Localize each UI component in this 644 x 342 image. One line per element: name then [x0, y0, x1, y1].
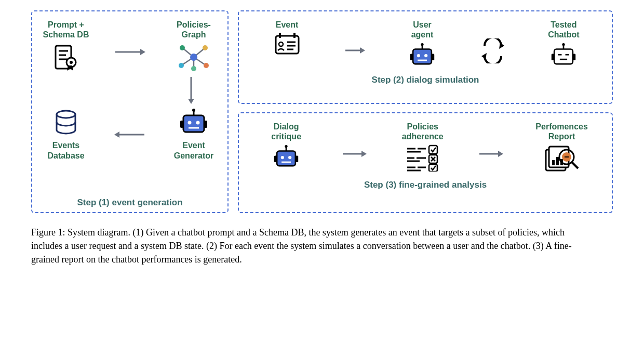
robot-outline-icon — [549, 43, 578, 69]
panel-step-2: Event — [238, 10, 613, 104]
graph-network-icon — [177, 43, 210, 72]
cycle-arrows-icon — [479, 38, 506, 63]
label-user-agent: Useragent — [411, 20, 434, 40]
svg-rect-82 — [429, 164, 437, 172]
arrow-down-icon — [43, 76, 217, 104]
node-policies-graph: Policies-Graph — [170, 20, 217, 72]
svg-rect-34 — [293, 33, 296, 38]
svg-marker-84 — [498, 151, 503, 157]
svg-marker-23 — [114, 131, 119, 138]
node-events-database: EventsDatabase — [43, 108, 89, 160]
svg-point-29 — [188, 121, 192, 125]
node-dialog-critique: Dialogcritique — [263, 122, 310, 170]
arrow-right-icon — [344, 38, 365, 63]
svg-point-52 — [562, 43, 565, 46]
step-3-caption: Step (3) fine-grained analysis — [249, 180, 601, 190]
svg-rect-61 — [277, 151, 296, 166]
node-performances-report: PerfomencesReport — [535, 122, 588, 174]
svg-point-15 — [203, 45, 208, 50]
figure-caption: Figure 1: System diagram. (1) Given a ch… — [31, 226, 592, 266]
panel-step-1: Prompt +Schema DB — [31, 10, 229, 213]
svg-point-47 — [424, 54, 427, 57]
robot-blue-icon — [272, 144, 301, 170]
label-policies-graph: Policies-Graph — [177, 20, 211, 40]
arrow-right-icon — [114, 40, 145, 64]
svg-point-25 — [192, 109, 195, 112]
svg-rect-45 — [432, 54, 434, 61]
diagram-container: Prompt +Schema DB — [31, 10, 613, 213]
svg-rect-72 — [429, 146, 437, 154]
svg-rect-26 — [183, 115, 204, 132]
arrow-right-icon — [478, 141, 503, 166]
svg-point-64 — [281, 156, 284, 159]
robot-blue-icon — [178, 108, 209, 137]
label-event: Event — [276, 20, 299, 30]
svg-point-14 — [180, 45, 185, 50]
svg-rect-63 — [296, 156, 298, 163]
svg-point-46 — [417, 54, 420, 57]
svg-point-5 — [70, 61, 73, 64]
report-magnifier-icon — [544, 144, 580, 174]
node-tested-chatbot: TestedChatbot — [540, 20, 587, 69]
svg-point-13 — [190, 54, 197, 61]
svg-rect-87 — [552, 160, 555, 165]
svg-rect-62 — [274, 156, 277, 163]
svg-point-60 — [285, 145, 287, 148]
document-badge-icon — [51, 43, 81, 72]
svg-marker-7 — [140, 49, 145, 55]
svg-point-30 — [196, 121, 200, 125]
arrow-right-icon — [342, 141, 367, 166]
svg-rect-27 — [180, 121, 183, 128]
step-2-caption: Step (2) dialog simulation — [249, 75, 601, 85]
svg-rect-88 — [556, 157, 559, 165]
label-policies-adherence: Policiesadherence — [402, 122, 444, 141]
svg-point-42 — [421, 43, 423, 46]
svg-rect-44 — [410, 54, 413, 61]
node-event: Event — [264, 20, 311, 56]
svg-point-18 — [191, 66, 196, 71]
svg-rect-43 — [413, 49, 432, 64]
svg-rect-28 — [204, 121, 207, 128]
arrow-left-icon — [114, 122, 145, 147]
label-events-database: EventsDatabase — [47, 140, 84, 160]
label-dialog-critique: Dialogcritique — [271, 122, 301, 141]
svg-point-16 — [179, 63, 184, 68]
svg-rect-55 — [573, 54, 575, 61]
svg-marker-20 — [188, 99, 194, 104]
label-tested-chatbot: TestedChatbot — [548, 20, 579, 40]
database-icon — [51, 108, 81, 137]
panel-step-3: Dialogcritique — [238, 112, 613, 213]
svg-line-93 — [572, 162, 578, 168]
event-card-icon — [274, 33, 301, 56]
svg-rect-53 — [554, 49, 573, 64]
node-prompt-schema-db: Prompt +Schema DB — [43, 20, 89, 72]
svg-point-21 — [57, 111, 75, 118]
svg-rect-54 — [552, 54, 554, 61]
checklist-icon — [405, 144, 440, 172]
node-event-generator: EventGenerator — [170, 108, 217, 160]
robot-blue-icon — [408, 43, 437, 69]
label-prompt-schema-db: Prompt +Schema DB — [43, 20, 89, 40]
svg-marker-68 — [361, 151, 367, 157]
svg-marker-40 — [360, 47, 365, 54]
svg-rect-33 — [279, 33, 281, 38]
svg-point-65 — [288, 156, 291, 159]
step-1-caption: Step (1) event generation — [43, 192, 217, 208]
svg-point-17 — [204, 63, 209, 68]
svg-point-35 — [279, 42, 283, 46]
node-policies-adherence: Policiesadherence — [399, 122, 446, 172]
node-user-agent: Useragent — [399, 20, 446, 69]
label-event-generator: EventGenerator — [174, 140, 213, 160]
label-performances-report: PerfomencesReport — [535, 122, 588, 141]
